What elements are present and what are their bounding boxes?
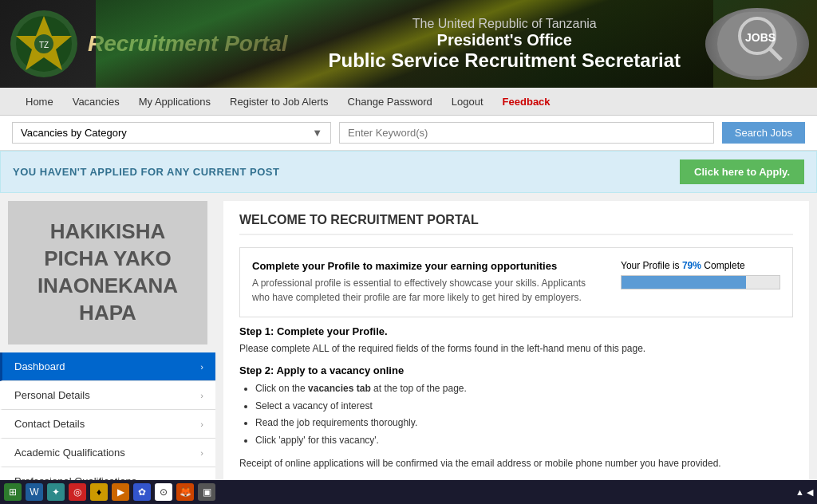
search-bar: Vacancies by Category ▼ Search Jobs	[0, 116, 817, 151]
progress-bar-container	[621, 275, 780, 289]
coat-of-arms-icon: TZ	[8, 8, 80, 80]
sidebar-item-label: Dashboard	[14, 360, 65, 372]
content-title: WELCOME TO RECRUITMENT PORTAL	[239, 213, 793, 235]
list-item: Select a vacancy of interest	[255, 398, 793, 415]
nav-register-alerts[interactable]: Register to Job Alerts	[220, 89, 338, 114]
republic-label: The United Republic of Tanzania	[304, 17, 706, 31]
main-content: HAKIKISHAPICHA YAKOINAONEKANAHAPA Dashbo…	[0, 193, 817, 490]
portal-title: Recruitment Portal	[88, 30, 288, 57]
chevron-down-icon: ▼	[312, 127, 322, 139]
svg-rect-5	[717, 12, 797, 76]
category-dropdown[interactable]: Vacancies by Category ▼	[12, 122, 331, 144]
chevron-right-icon: ›	[200, 362, 203, 372]
nav-vacancies[interactable]: Vacancies	[63, 89, 129, 114]
system-icons: ▲ ◀	[795, 487, 813, 498]
sidebar-item-label: Personal Details	[14, 389, 90, 401]
jobs-image: JOBS	[705, 8, 809, 80]
sidebar-item-label: Academic Qualifications	[14, 447, 125, 459]
chevron-right-icon: ›	[200, 448, 203, 458]
profile-box: Complete your Profile to maximize your e…	[239, 247, 793, 317]
step2-heading: Step 2: Apply to a vacancy online	[239, 364, 793, 376]
taskbar-app3-icon[interactable]: ♦	[90, 483, 108, 501]
taskbar-app1-icon[interactable]: ✦	[47, 483, 65, 501]
navigation: Home Vacancies My Applications Register …	[0, 88, 817, 116]
sidebar-hero: HAKIKISHAPICHA YAKOINAONEKANAHAPA	[8, 201, 207, 345]
sidebar-menu: Dashboard › Personal Details › Contact D…	[0, 352, 215, 496]
keyword-input[interactable]	[339, 122, 714, 144]
progress-bar-fill	[622, 276, 746, 289]
taskbar-start-icon[interactable]: ⊞	[4, 483, 22, 501]
step1-text: Please complete ALL of the required fiel…	[239, 341, 793, 356]
apply-button[interactable]: Click here to Apply.	[680, 159, 804, 184]
category-label: Vacancies by Category	[21, 127, 127, 139]
taskbar-app2-icon[interactable]: ◎	[69, 483, 86, 501]
taskbar-chrome-icon[interactable]: ⊙	[155, 483, 172, 501]
svg-text:TZ: TZ	[39, 41, 49, 49]
svg-text:JOBS: JOBS	[745, 31, 776, 44]
taskbar: ⊞ W ✦ ◎ ♦ ▶ ✿ ⊙ 🦊 ▣ ▲ ◀	[0, 480, 817, 504]
taskbar-system-tray: ▲ ◀	[795, 487, 813, 498]
taskbar-app4-icon[interactable]: ▶	[112, 483, 129, 501]
list-item: Read the job requirements thoroughly.	[255, 415, 793, 432]
sidebar-hero-text: HAKIKISHAPICHA YAKOINAONEKANAHAPA	[30, 211, 186, 334]
profile-text: Complete your Profile to maximize your e…	[252, 260, 605, 305]
chevron-right-icon: ›	[200, 391, 203, 400]
search-jobs-button[interactable]: Search Jobs	[722, 122, 805, 144]
list-item: Click on the vacancies tab at the top of…	[255, 380, 793, 398]
content-area: WELCOME TO RECRUITMENT PORTAL Complete y…	[223, 201, 809, 482]
step1-heading: Step 1: Complete your Profile.	[239, 325, 793, 337]
chevron-right-icon: ›	[200, 419, 203, 429]
header: TZ Recruitment Portal The United Republi…	[0, 0, 817, 88]
list-item: Click 'apply' for this vacancy'.	[255, 432, 793, 450]
office-label: President's Office	[304, 31, 706, 49]
step2-list: Click on the vacancies tab at the top of…	[255, 380, 793, 449]
nav-my-applications[interactable]: My Applications	[129, 89, 220, 114]
header-center: The United Republic of Tanzania Presiden…	[304, 17, 706, 72]
alert-bar: YOU HAVEN'T APPLIED FOR ANY CURRENT POST…	[0, 151, 817, 193]
profile-heading: Complete your Profile to maximize your e…	[252, 260, 605, 272]
sidebar-item-academic-qualifications[interactable]: Academic Qualifications ›	[0, 439, 215, 467]
nav-feedback[interactable]: Feedback	[493, 89, 560, 114]
sidebar: HAKIKISHAPICHA YAKOINAONEKANAHAPA Dashbo…	[0, 193, 215, 490]
secretariat-label: Public Service Recruitment Secretariat	[304, 49, 706, 72]
profile-description: A professional profile is essential to e…	[252, 276, 605, 305]
taskbar-app6-icon[interactable]: ▣	[198, 483, 215, 501]
nav-logout[interactable]: Logout	[442, 89, 493, 114]
info-text-1: Receipt of online applications will be c…	[239, 456, 793, 471]
nav-change-password[interactable]: Change Password	[338, 89, 442, 114]
sidebar-item-personal-details[interactable]: Personal Details ›	[0, 381, 215, 410]
sidebar-item-label: Contact Details	[14, 418, 85, 430]
sidebar-item-contact-details[interactable]: Contact Details ›	[0, 410, 215, 439]
progress-label: Your Profile is 79% Complete	[621, 260, 780, 271]
taskbar-app5-icon[interactable]: ✿	[133, 483, 151, 501]
alert-message: YOU HAVEN'T APPLIED FOR ANY CURRENT POST	[13, 166, 279, 178]
taskbar-word-icon[interactable]: W	[26, 483, 43, 501]
profile-progress: Your Profile is 79% Complete	[621, 260, 780, 289]
nav-home[interactable]: Home	[16, 89, 63, 114]
sidebar-item-dashboard[interactable]: Dashboard ›	[0, 352, 215, 381]
taskbar-firefox-icon[interactable]: 🦊	[176, 483, 194, 501]
